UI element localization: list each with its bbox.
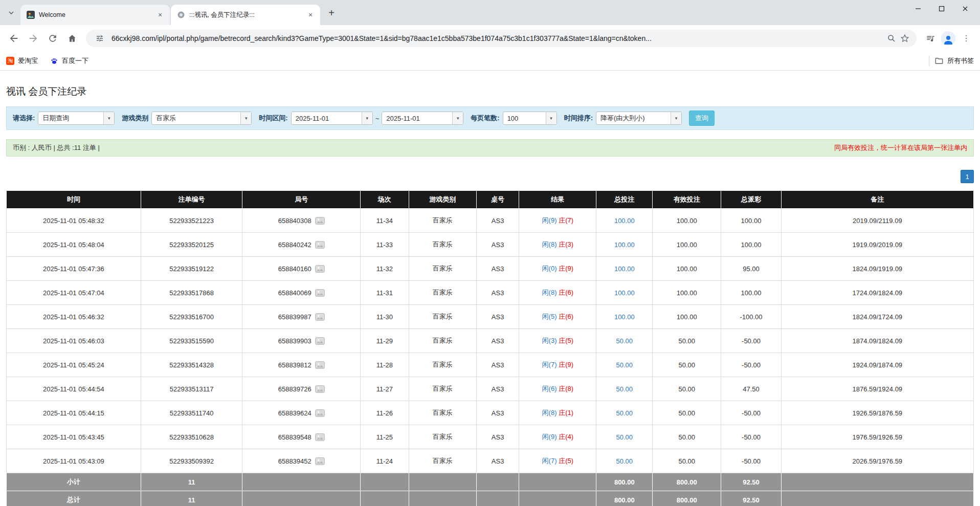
header-round: 局号 <box>242 191 361 209</box>
total-bet-link[interactable]: 100.00 <box>614 289 635 297</box>
video-replay-icon[interactable] <box>315 457 325 465</box>
total-bet-link[interactable]: 50.00 <box>616 409 633 417</box>
header-valid-bet: 有效投注 <box>653 191 721 209</box>
page-size-select[interactable]: 100 ▾ <box>503 112 557 125</box>
cell-session: 11-27 <box>361 377 409 401</box>
cell-payout: 95.00 <box>721 257 781 281</box>
video-replay-icon[interactable] <box>315 313 325 321</box>
bookmark-aitaobao[interactable]: 淘 爱淘宝 <box>6 56 38 65</box>
site-info-icon[interactable] <box>93 32 106 45</box>
cell-result: 闲(5) 庄(6) <box>519 305 596 329</box>
header-payout: 总派彩 <box>721 191 781 209</box>
cell-result: 闲(8) 庄(6) <box>519 281 596 305</box>
chevron-down-icon[interactable]: ▾ <box>103 112 114 124</box>
all-bookmarks-button[interactable]: 所有书签 <box>934 56 974 65</box>
chevron-down-icon[interactable]: ▾ <box>671 112 681 124</box>
tab-welcome[interactable]: Welcome × <box>20 5 170 25</box>
result-banker: 庄(1) <box>559 409 573 416</box>
chevron-down-icon[interactable]: ▾ <box>452 112 463 124</box>
home-button[interactable] <box>63 30 81 47</box>
date-mode-select[interactable]: 日期查询 ▾ <box>38 112 115 125</box>
chevron-down-icon[interactable]: ▾ <box>362 112 372 124</box>
empty-cell <box>242 473 361 491</box>
cell-result: 闲(8) 庄(1) <box>519 401 596 425</box>
video-replay-icon[interactable] <box>315 241 325 249</box>
search-button[interactable]: 查询 <box>689 111 715 126</box>
total-bet-link[interactable]: 100.00 <box>614 265 635 273</box>
forward-button[interactable] <box>25 30 42 47</box>
game-type-value: 百家乐 <box>152 112 240 124</box>
media-controls-icon[interactable] <box>922 30 939 47</box>
game-type-select[interactable]: 百家乐 ▾ <box>151 112 252 125</box>
video-replay-icon[interactable] <box>315 265 325 273</box>
round-number: 658839624 <box>278 409 311 417</box>
cell-result: 闲(7) 庄(9) <box>519 353 596 377</box>
total-bet-link[interactable]: 50.00 <box>616 385 633 393</box>
cell-time: 2025-11-01 05:44:54 <box>7 377 141 401</box>
minimize-button[interactable] <box>906 0 930 17</box>
cell-game-type: 百家乐 <box>409 329 476 353</box>
cell-payout: -50.00 <box>721 449 781 473</box>
cell-game-type: 百家乐 <box>409 377 476 401</box>
url-text[interactable]: 66cxkj98.com/ipl/portal.php/game/betreco… <box>112 34 880 42</box>
cell-note: 1924.09/1874.09 <box>781 353 973 377</box>
table-row: 2025-11-01 05:48:04522933520125658840242… <box>7 233 974 257</box>
tab-search-chevron-icon[interactable] <box>4 6 18 20</box>
chevron-down-icon[interactable]: ▾ <box>546 112 556 124</box>
cell-total-bet: 100.00 <box>596 257 653 281</box>
cell-game-type: 百家乐 <box>409 401 476 425</box>
cell-bet-id: 522933517868 <box>141 281 242 305</box>
zoom-icon[interactable] <box>885 32 898 45</box>
refresh-button[interactable] <box>44 30 61 47</box>
result-banker: 庄(8) <box>559 385 573 392</box>
video-replay-icon[interactable] <box>315 385 325 393</box>
sort-label: 时间排序: <box>564 114 593 123</box>
cell-valid-bet: 50.00 <box>653 401 721 425</box>
empty-cell <box>519 473 596 491</box>
video-replay-icon[interactable] <box>315 409 325 417</box>
cell-table-no: AS3 <box>476 377 519 401</box>
video-replay-icon[interactable] <box>315 337 325 345</box>
total-bet-link[interactable]: 100.00 <box>614 241 635 249</box>
close-window-button[interactable] <box>953 0 977 17</box>
tab-close-icon[interactable]: × <box>155 10 165 19</box>
back-button[interactable] <box>5 30 23 47</box>
all-bookmarks-label: 所有书签 <box>947 56 974 65</box>
total-bet-link[interactable]: 100.00 <box>614 217 635 225</box>
cell-table-no: AS3 <box>476 449 519 473</box>
address-bar[interactable]: 66cxkj98.com/ipl/portal.php/game/betreco… <box>86 30 917 47</box>
date-from-value: 2025-11-01 <box>292 112 362 124</box>
table-row: 2025-11-01 05:44:15522933511740658839624… <box>7 401 974 425</box>
video-replay-icon[interactable] <box>315 289 325 297</box>
bet-records-table: 时间 注单编号 局号 场次 游戏类别 桌号 结果 总投注 有效投注 总派彩 备注… <box>6 190 974 506</box>
date-from-select[interactable]: 2025-11-01 ▾ <box>291 112 373 125</box>
cell-time: 2025-11-01 05:47:36 <box>7 257 141 281</box>
tab-close-icon[interactable]: × <box>306 10 315 19</box>
table-row: 2025-11-01 05:48:32522933521223658840308… <box>7 209 974 233</box>
maximize-button[interactable] <box>930 0 953 17</box>
total-bet-link[interactable]: 50.00 <box>616 337 633 345</box>
new-tab-button[interactable]: + <box>324 6 339 20</box>
total-bet-link[interactable]: 100.00 <box>614 313 635 321</box>
browser-menu-icon[interactable]: ⋮ <box>957 30 975 47</box>
chevron-down-icon[interactable]: ▾ <box>240 112 251 124</box>
date-to-select[interactable]: 2025-11-01 ▾ <box>382 112 463 125</box>
video-replay-icon[interactable] <box>315 361 325 369</box>
bookmark-baidu[interactable]: 百度一下 <box>50 56 88 65</box>
bookmark-star-icon[interactable] <box>898 32 911 45</box>
sort-select[interactable]: 降幂(由大到小) ▾ <box>596 112 682 125</box>
video-replay-icon[interactable] <box>315 433 325 441</box>
page-number-button[interactable]: 1 <box>961 170 974 183</box>
tab-bet-records[interactable]: :::视讯, 会员下注纪录::: × <box>171 5 320 25</box>
total-bet-link[interactable]: 50.00 <box>616 457 633 465</box>
result-banker: 庄(7) <box>559 216 573 224</box>
cell-session: 11-29 <box>361 329 409 353</box>
total-bet-link[interactable]: 50.00 <box>616 433 633 441</box>
cell-round: 658840160 <box>242 257 361 281</box>
cell-result: 闲(9) 庄(7) <box>519 209 596 233</box>
empty-cell <box>519 491 596 506</box>
video-replay-icon[interactable] <box>315 217 325 225</box>
total-bet-link[interactable]: 50.00 <box>616 361 633 369</box>
cell-round: 658839624 <box>242 401 361 425</box>
profile-avatar[interactable] <box>941 31 955 46</box>
